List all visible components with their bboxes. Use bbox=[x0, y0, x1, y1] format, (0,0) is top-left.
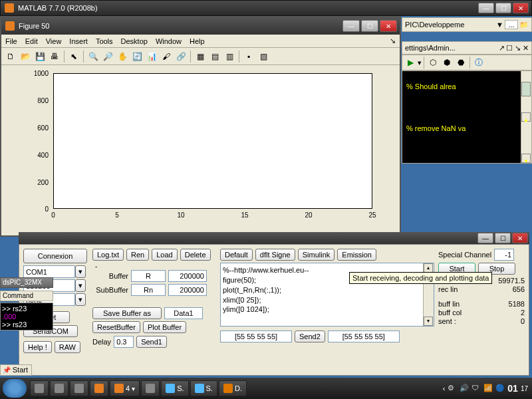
ed-bp2-icon[interactable]: ⬢ bbox=[440, 56, 454, 69]
tray-arrow-icon[interactable]: ‹ bbox=[443, 384, 446, 392]
scroll-up-icon[interactable]: ▲ bbox=[521, 112, 531, 122]
delay-input[interactable] bbox=[114, 336, 134, 348]
axes[interactable] bbox=[53, 73, 372, 209]
hide-icon[interactable]: ▪ bbox=[242, 50, 255, 63]
raw-button[interactable]: RAW bbox=[55, 341, 80, 353]
task-item[interactable]: D. bbox=[219, 380, 247, 396]
dspic-titlebar[interactable]: dsPIC_32MX bbox=[0, 277, 53, 288]
ed-close-icon[interactable]: ✕ bbox=[523, 44, 529, 53]
zoom-out-icon[interactable]: 🔎 bbox=[101, 50, 114, 63]
default-button[interactable]: Default bbox=[220, 249, 253, 261]
save-buffer-button[interactable]: Save Buffer as bbox=[92, 307, 162, 319]
rotate-icon[interactable]: 🔄 bbox=[130, 50, 144, 63]
tray-icon[interactable]: 🛡 bbox=[471, 384, 481, 393]
tray-icon[interactable]: 🔵 bbox=[495, 384, 505, 393]
data1-input[interactable] bbox=[164, 307, 203, 319]
plot-buffer-button[interactable]: Plot Buffer bbox=[143, 321, 186, 333]
pan-icon[interactable]: ✋ bbox=[116, 50, 129, 63]
menu-insert[interactable]: Insert bbox=[69, 37, 88, 45]
script-scroll-down-icon[interactable]: ▾ bbox=[424, 317, 433, 326]
folder-up-icon[interactable]: 📁 bbox=[519, 21, 529, 29]
editor-scrollbar[interactable]: ▲ ▼ bbox=[521, 71, 531, 163]
menu-file[interactable]: File bbox=[5, 37, 17, 45]
gui-maximize-button[interactable]: ☐ bbox=[495, 233, 511, 243]
help-button[interactable]: Help ! bbox=[23, 341, 52, 353]
scroll-down-icon[interactable]: ▼ bbox=[521, 154, 531, 163]
com-select[interactable] bbox=[23, 265, 75, 278]
menu-edit[interactable]: Edit bbox=[25, 37, 38, 45]
minimize-button[interactable]: — bbox=[478, 3, 494, 13]
buffer-r-input[interactable] bbox=[131, 270, 166, 282]
send2-button[interactable]: Send2 bbox=[295, 331, 325, 342]
datacursor-icon[interactable]: 📊 bbox=[145, 50, 158, 63]
gui-titlebar[interactable]: — ☐ ✕ bbox=[19, 232, 529, 244]
task-item[interactable] bbox=[70, 380, 88, 396]
fig-maximize-button[interactable]: ☐ bbox=[361, 20, 378, 32]
send1-value-input[interactable] bbox=[220, 331, 292, 342]
delete-button[interactable]: Delete bbox=[180, 249, 211, 261]
legend-icon[interactable]: ▤ bbox=[208, 50, 221, 63]
logtxt-button[interactable]: Log.txt bbox=[92, 249, 124, 261]
task-item[interactable] bbox=[50, 380, 68, 396]
link-icon[interactable]: 🔗 bbox=[174, 50, 188, 63]
print-icon[interactable]: 🖶 bbox=[48, 50, 61, 63]
load-button[interactable]: Load bbox=[152, 249, 177, 261]
ed-dropdown-icon[interactable]: ▾ bbox=[418, 59, 422, 67]
script-scroll-up-icon[interactable]: ▴ bbox=[424, 263, 433, 273]
close-button[interactable]: ✕ bbox=[513, 3, 529, 13]
tray-icon[interactable]: ⚙ bbox=[448, 384, 457, 393]
reset-buffer-button[interactable]: ResetBuffer bbox=[92, 321, 140, 333]
special-channel-input[interactable] bbox=[494, 249, 514, 261]
brush-icon[interactable]: 🖌 bbox=[160, 50, 173, 63]
menu-close-icon[interactable]: ↘ bbox=[390, 37, 396, 45]
figure-titlebar[interactable]: Figure 50 — ☐ ✕ bbox=[1, 17, 400, 35]
menu-help[interactable]: Help bbox=[190, 37, 205, 45]
annotate-icon[interactable]: ▥ bbox=[223, 50, 236, 63]
ed-max-icon[interactable]: ☐ bbox=[506, 44, 513, 53]
zoom-in-icon[interactable]: 🔍 bbox=[86, 50, 100, 63]
start-tab[interactable]: 📌 Start bbox=[0, 364, 32, 376]
dflt-signe-button[interactable]: dflt Signe bbox=[255, 249, 295, 261]
clock-hour[interactable]: 01 bbox=[507, 383, 518, 394]
menu-window[interactable]: Window bbox=[156, 37, 182, 45]
save-icon[interactable]: 💾 bbox=[33, 50, 47, 63]
connexion-button[interactable]: Connexion bbox=[23, 249, 87, 263]
new-icon[interactable]: 🗋 bbox=[4, 50, 17, 63]
colorbar-icon[interactable]: ▦ bbox=[194, 50, 207, 63]
start-button[interactable] bbox=[3, 379, 27, 398]
pointer-icon[interactable]: ⬉ bbox=[67, 50, 80, 63]
subbuffer-rn-size-input[interactable] bbox=[168, 284, 207, 296]
gui-close-button[interactable]: ✕ bbox=[512, 233, 528, 243]
simulink-button[interactable]: Simulink bbox=[298, 249, 335, 261]
ed-run-icon[interactable]: ▶ bbox=[404, 56, 417, 69]
editor-code[interactable]: % Should alrea % remove NaN va ▲ ▼ bbox=[402, 70, 532, 164]
path-browse-button[interactable]: ... bbox=[505, 20, 518, 29]
command-window-title[interactable]: Command bbox=[0, 291, 53, 301]
task-item[interactable]: S. bbox=[161, 380, 188, 396]
task-item[interactable] bbox=[30, 380, 49, 396]
ed-bp3-icon[interactable]: ⬣ bbox=[454, 56, 467, 69]
subbuffer-rn-input[interactable] bbox=[131, 284, 166, 296]
buffer-r-size-input[interactable] bbox=[168, 270, 207, 282]
baud-dropdown-icon[interactable]: ▾ bbox=[75, 279, 86, 292]
tray-icon[interactable]: 📶 bbox=[483, 384, 493, 393]
ed-undock-icon[interactable]: ↘ bbox=[515, 44, 521, 53]
menu-tools[interactable]: Tools bbox=[96, 37, 113, 45]
tray-icon[interactable]: 🔊 bbox=[460, 384, 469, 393]
open-icon[interactable]: 📂 bbox=[19, 50, 32, 63]
task-item[interactable] bbox=[141, 380, 160, 396]
menu-view[interactable]: View bbox=[46, 37, 62, 45]
gui-minimize-button[interactable]: — bbox=[477, 233, 493, 243]
command-window[interactable]: >> rs23 .000 >> rs23 bbox=[0, 303, 53, 331]
send2-value-input[interactable] bbox=[328, 331, 400, 342]
emission-button[interactable]: Emission bbox=[337, 249, 376, 261]
menu-desktop[interactable]: Desktop bbox=[121, 37, 148, 45]
fig-minimize-button[interactable]: — bbox=[342, 20, 360, 32]
ed-info-icon[interactable]: ⓘ bbox=[472, 56, 485, 69]
ed-dock-icon[interactable]: ↗ bbox=[499, 44, 505, 53]
maximize-button[interactable]: ☐ bbox=[495, 3, 511, 13]
task-item[interactable]: S. bbox=[190, 380, 217, 396]
ren-button[interactable]: Ren bbox=[126, 249, 149, 261]
parity-dropdown-icon[interactable]: ▾ bbox=[75, 293, 86, 306]
path-dropdown-icon[interactable]: ▼ bbox=[496, 21, 503, 29]
